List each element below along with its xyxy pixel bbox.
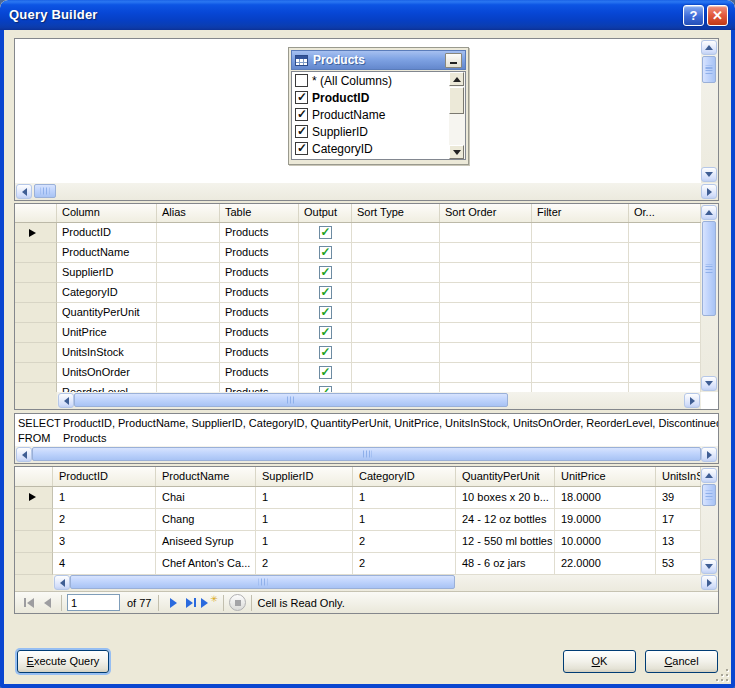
cell-column[interactable]: SupplierID <box>57 263 157 283</box>
scroll-right-button[interactable] <box>684 393 700 408</box>
cell-productname[interactable]: Chai <box>156 487 256 509</box>
cell-filter[interactable] <box>532 383 629 392</box>
output-checkbox-icon[interactable] <box>319 306 332 319</box>
scroll-up-button[interactable] <box>701 40 717 55</box>
titlebar[interactable]: Query Builder ? ✕ <box>0 0 735 30</box>
cell-column[interactable]: UnitsOnOrder <box>57 363 157 383</box>
header-alias[interactable]: Alias <box>157 204 220 222</box>
cell-table[interactable]: Products <box>220 363 299 383</box>
row-selector[interactable] <box>15 263 57 283</box>
diagram-vertical-scrollbar[interactable] <box>701 39 718 183</box>
cell-quantityperunit[interactable]: 24 - 12 oz bottles <box>456 509 555 531</box>
cell-or[interactable] <box>629 283 701 303</box>
cell-table[interactable]: Products <box>220 223 299 243</box>
output-checkbox-icon[interactable] <box>319 366 332 379</box>
cell-unitprice[interactable]: 22.0000 <box>555 553 656 575</box>
cell-table[interactable]: Products <box>220 263 299 283</box>
cell-sort-order[interactable] <box>440 303 532 323</box>
cell-productname[interactable]: Aniseed Syrup <box>156 531 256 553</box>
cell-categoryid[interactable]: 2 <box>353 553 456 575</box>
criteria-horizontal-scrollbar[interactable] <box>57 392 701 409</box>
row-selector[interactable] <box>15 303 57 323</box>
sql-select-line[interactable]: SELECT ProductID, ProductName, SupplierI… <box>18 417 718 431</box>
cell-alias[interactable] <box>157 283 220 303</box>
cell-sort-order[interactable] <box>440 223 532 243</box>
help-button[interactable]: ? <box>683 5 704 26</box>
diagram-pane[interactable]: Products * (All Columns) ProductID Produ… <box>14 38 719 201</box>
cell-output[interactable] <box>299 283 352 303</box>
output-checkbox-icon[interactable] <box>319 326 332 339</box>
cell-sort-type[interactable] <box>352 383 440 392</box>
scroll-left-button[interactable] <box>16 184 32 199</box>
cell-filter[interactable] <box>532 303 629 323</box>
results-vertical-scrollbar[interactable] <box>701 467 718 575</box>
cell-quantityperunit[interactable]: 10 boxes x 20 b... <box>456 487 555 509</box>
cell-output[interactable] <box>299 323 352 343</box>
cell-output[interactable] <box>299 303 352 323</box>
cell-column[interactable]: UnitPrice <box>57 323 157 343</box>
diagram-horizontal-scrollbar[interactable] <box>15 183 718 200</box>
cell-output[interactable] <box>299 223 352 243</box>
minimize-button[interactable] <box>445 53 462 68</box>
list-item-productname[interactable]: ProductName <box>292 106 465 123</box>
cell-unitsinstock[interactable]: 39 <box>656 487 701 509</box>
resize-grip[interactable] <box>715 668 728 681</box>
cell-sort-type[interactable] <box>352 223 440 243</box>
scroll-down-button[interactable] <box>449 145 464 159</box>
header-quantityperunit[interactable]: QuantityPerUnit <box>456 467 555 486</box>
row-selector[interactable] <box>15 487 53 509</box>
cell-or[interactable] <box>629 303 701 323</box>
cell-alias[interactable] <box>157 343 220 363</box>
cell-filter[interactable] <box>532 283 629 303</box>
sql-from-line[interactable]: FROM Products <box>18 432 718 446</box>
cell-filter[interactable] <box>532 363 629 383</box>
list-item-productid[interactable]: ProductID <box>292 89 465 106</box>
output-checkbox-icon[interactable] <box>319 346 332 359</box>
scroll-left-button[interactable] <box>16 447 32 462</box>
cell-output[interactable] <box>299 383 352 392</box>
row-selector[interactable] <box>15 343 57 363</box>
products-table-window[interactable]: Products * (All Columns) ProductID Produ… <box>288 47 469 165</box>
output-checkbox-icon[interactable] <box>319 226 332 239</box>
move-last-button[interactable] <box>182 594 200 612</box>
cell-alias[interactable] <box>157 303 220 323</box>
checkbox-checked-icon[interactable] <box>295 142 308 155</box>
header-or[interactable]: Or... <box>629 204 701 222</box>
cell-column[interactable]: UnitsInStock <box>57 343 157 363</box>
scroll-left-button[interactable] <box>54 575 70 590</box>
sql-horizontal-scrollbar[interactable] <box>15 446 718 463</box>
header-output[interactable]: Output <box>299 204 352 222</box>
row-selector[interactable] <box>15 283 57 303</box>
scroll-up-button[interactable] <box>449 72 464 86</box>
cell-sort-order[interactable] <box>440 383 532 392</box>
list-item-all-columns[interactable]: * (All Columns) <box>292 72 465 89</box>
cell-or[interactable] <box>629 383 701 392</box>
header-productname[interactable]: ProductName <box>156 467 256 486</box>
cell-alias[interactable] <box>157 263 220 283</box>
header-filter[interactable]: Filter <box>532 204 629 222</box>
scrollbar-thumb[interactable] <box>70 575 455 589</box>
cell-output[interactable] <box>299 263 352 283</box>
cell-sort-type[interactable] <box>352 263 440 283</box>
header-unitprice[interactable]: UnitPrice <box>555 467 656 486</box>
header-supplierid[interactable]: SupplierID <box>256 467 353 486</box>
cell-table[interactable]: Products <box>220 303 299 323</box>
cell-unitsinstock[interactable]: 17 <box>656 509 701 531</box>
header-column[interactable]: Column <box>57 204 157 222</box>
cell-table[interactable]: Products <box>220 283 299 303</box>
cell-categoryid[interactable]: 2 <box>353 531 456 553</box>
cell-sort-type[interactable] <box>352 323 440 343</box>
execute-query-button[interactable]: Execute Query <box>17 650 109 673</box>
header-unitsinstock[interactable]: UnitsInStock <box>656 467 701 486</box>
cell-or[interactable] <box>629 223 701 243</box>
products-list-scrollbar[interactable] <box>449 72 465 159</box>
scrollbar-thumb[interactable] <box>702 221 716 316</box>
scroll-up-button[interactable] <box>701 205 717 220</box>
header-table[interactable]: Table <box>220 204 299 222</box>
cell-unitsinstock[interactable]: 13 <box>656 531 701 553</box>
cell-output[interactable] <box>299 343 352 363</box>
row-selector[interactable] <box>15 243 57 263</box>
cell-output[interactable] <box>299 243 352 263</box>
row-selector[interactable] <box>15 363 57 383</box>
scroll-down-button[interactable] <box>701 376 717 391</box>
